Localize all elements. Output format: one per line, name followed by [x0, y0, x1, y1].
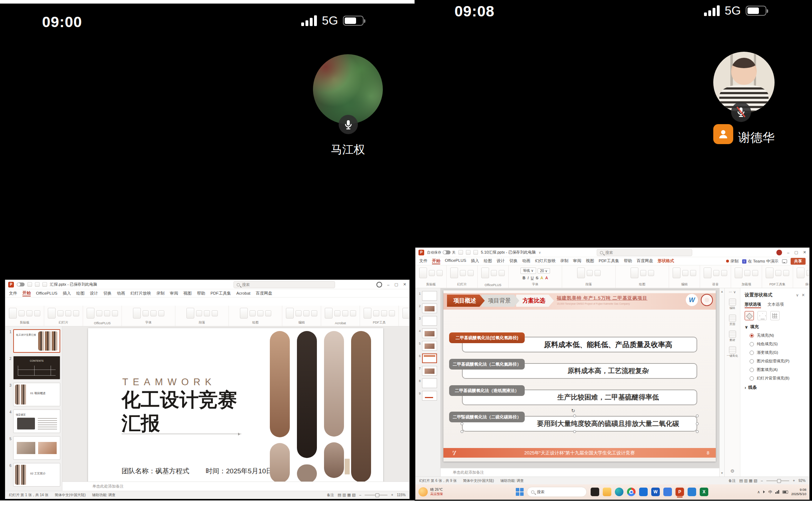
fill-option-radio[interactable]: 图片或纹理填充(P): [750, 358, 805, 364]
taskbar-app-icon[interactable]: [663, 487, 673, 497]
slide-thumbnail[interactable]: [422, 316, 437, 326]
menu-tab[interactable]: 切换: [509, 258, 518, 264]
undo-icon[interactable]: [466, 250, 471, 255]
taskbar-app-icon[interactable]: [614, 487, 624, 497]
taskbar-app-icon[interactable]: [602, 487, 612, 497]
fill-and-line-icon[interactable]: [745, 311, 754, 320]
language-label[interactable]: 简体中文(中国大陆): [55, 493, 86, 498]
slide-thumbnail-row[interactable]: 4: [417, 329, 438, 338]
menu-tab[interactable]: 绘图: [484, 258, 492, 264]
share-button[interactable]: 共享: [791, 258, 806, 265]
title-slide[interactable]: TEAMWORK 化工设计竞赛汇报 团队名称：砜基方程式 时间：2025年5月1…: [88, 328, 383, 482]
slide-thumbnail[interactable]: [422, 378, 437, 388]
zoom-level[interactable]: 92%: [798, 479, 806, 483]
zoom-slider[interactable]: [766, 480, 789, 481]
notes-button[interactable]: 备注: [729, 478, 736, 483]
slide-thumbnail[interactable]: [422, 366, 437, 376]
ribbon-group[interactable]: 百度网盘: [399, 306, 409, 326]
ribbon-group[interactable]: 保存: [793, 265, 809, 288]
tray-arrow-icon[interactable]: [763, 490, 765, 493]
accessibility-label[interactable]: 辅助功能: 调查: [92, 493, 115, 498]
minimize-button[interactable]: –: [787, 250, 789, 255]
process-label[interactable]: 二甲基硫醚氧化法（二氧化氮路径）: [449, 359, 525, 370]
slide-thumbnail[interactable]: CONTENTS: [13, 356, 60, 380]
tray-expand-icon[interactable]: ∧: [757, 490, 760, 494]
font-name-select[interactable]: 等线 ∨: [520, 268, 536, 274]
undo-icon[interactable]: [35, 282, 40, 287]
present-in-teams-button[interactable]: T在 Teams 中演示: [742, 259, 778, 264]
fill-option-radio[interactable]: 图案填充(A): [750, 367, 805, 372]
ribbon-group[interactable]: 幻灯片: [44, 306, 83, 326]
comparison-row[interactable]: 二甲基硫醚氧化法(过氧化氢路径) 原料成本低、能耗低、产品质量及收率高 ↻: [449, 332, 697, 353]
ribbon-group[interactable]: 绘图: [616, 265, 669, 288]
ribbon-group[interactable]: PDF工具: [360, 306, 399, 326]
selection-handle[interactable]: [461, 422, 463, 425]
ribbon-group[interactable]: Acrobat: [321, 306, 360, 326]
selection-handle[interactable]: [573, 414, 576, 417]
panel-collapse-icon[interactable]: ∨: [796, 293, 799, 297]
menu-tab[interactable]: 开始: [432, 258, 440, 264]
battery-tray-icon[interactable]: [782, 490, 788, 494]
panel-options-icon[interactable]: ⋯ ∨: [729, 290, 736, 294]
slide-thumbnail-row[interactable]: 1 化工设计竞赛汇报: [7, 329, 60, 353]
slide-thumbnail[interactable]: 项目背景: [13, 409, 60, 433]
panel-tab[interactable]: 形状选项: [745, 302, 761, 308]
fill-option-radio[interactable]: 幻灯片背景填充(B): [750, 376, 805, 381]
comparison-row[interactable]: 二甲基硫醚氧化法（造纸黑液法） 生产比较困难，二甲基硫醚得率低 ↻: [449, 385, 697, 406]
plugin-sidebar-item[interactable]: 素材: [727, 331, 738, 342]
ribbon-group[interactable]: 编辑: [282, 306, 321, 326]
slide-thumbnail[interactable]: [422, 391, 437, 401]
taskbar-weather-widget[interactable]: 晴 26℃ 高温预警: [418, 487, 443, 497]
comparison-row[interactable]: 二甲基硫醚氧化法（二硫化碳路径） 要用到大量纯度较高的硫磺且排放大量二氧化碳 ↻: [449, 412, 697, 432]
slide-thumbnail[interactable]: [422, 304, 437, 313]
rotate-handle[interactable]: ↻: [571, 408, 575, 413]
selection-handle[interactable]: [696, 430, 699, 433]
taskbar-app-icon[interactable]: [687, 487, 697, 497]
slide-thumbnail[interactable]: [422, 341, 437, 351]
slide-thumbnail-panel[interactable]: 1 2 3: [416, 288, 441, 477]
redo-icon[interactable]: [42, 282, 47, 287]
microphone-muted-icon[interactable]: [731, 102, 751, 122]
line-section-header[interactable]: ›线条: [745, 385, 805, 391]
menu-tab[interactable]: OfficePLUS: [445, 258, 466, 264]
network-icon[interactable]: [775, 490, 779, 494]
menu-tab[interactable]: 百度网盘: [637, 258, 653, 264]
search-input[interactable]: 搜索: [597, 249, 692, 256]
ribbon-group[interactable]: 段落: [175, 306, 229, 326]
taskbar-app-icon[interactable]: P: [675, 487, 685, 497]
menu-tab[interactable]: Acrobat: [236, 291, 251, 295]
slide-thumbnail-row[interactable]: 7: [417, 366, 438, 376]
notes-button[interactable]: 备注: [327, 493, 334, 498]
taskbar-app-icon[interactable]: [626, 487, 636, 497]
slide-editing-canvas[interactable]: 项目概述项目背景方案比选 福建凯美特 年产1.5万吨 二甲基亚砜项目 15,00…: [441, 288, 719, 468]
ribbon-group-font[interactable]: 等线 ∨ 20 ∨ BIUSAA 字体: [509, 265, 562, 288]
menu-tab[interactable]: 形状格式: [658, 258, 674, 264]
ribbon-group[interactable]: 编辑: [669, 265, 700, 288]
zoom-out-button[interactable]: –: [761, 479, 763, 483]
comparison-row[interactable]: 二甲基硫醚氧化法（二氧化氮路径） 原料成本高，工艺流程复杂 ↻: [449, 359, 697, 380]
effects-icon[interactable]: [757, 311, 767, 320]
menu-tab[interactable]: 帮助: [197, 291, 205, 296]
size-properties-icon[interactable]: [770, 311, 780, 320]
selection-handle[interactable]: [696, 414, 699, 417]
maximize-button[interactable]: ▢: [394, 282, 398, 287]
microphone-on-icon[interactable]: [339, 115, 358, 134]
ribbon-group[interactable]: 加载项: [731, 265, 762, 288]
slide-thumbnail[interactable]: 01 项目概述: [13, 383, 60, 406]
zoom-level[interactable]: 115%: [397, 493, 406, 497]
slide-editing-canvas[interactable]: TEAMWORK 化工设计竞赛汇报 团队名称：砜基方程式 时间：2025年5月1…: [62, 326, 409, 482]
slide-thumbnail[interactable]: [422, 329, 437, 338]
menu-tab[interactable]: 审阅: [170, 291, 178, 296]
accessibility-label[interactable]: 辅助功能: 调查: [500, 478, 524, 483]
slide-thumbnail-row[interactable]: 2 CONTENTS: [7, 356, 60, 380]
slide-thumbnail-row[interactable]: 2: [417, 304, 438, 313]
minimize-button[interactable]: –: [387, 283, 389, 287]
menu-tab[interactable]: 文件: [419, 258, 427, 264]
selection-handle[interactable]: [461, 430, 463, 433]
menu-tab[interactable]: 录制: [156, 291, 164, 296]
fill-option-radio[interactable]: 纯色填充(S): [750, 341, 805, 347]
view-switcher-icons[interactable]: ▤ ▥ ▦ ▧: [739, 478, 757, 483]
menu-tab[interactable]: 设计: [497, 258, 505, 264]
taskbar-app-icon[interactable]: W: [651, 487, 661, 497]
ribbon-group[interactable]: 字体: [122, 306, 175, 326]
